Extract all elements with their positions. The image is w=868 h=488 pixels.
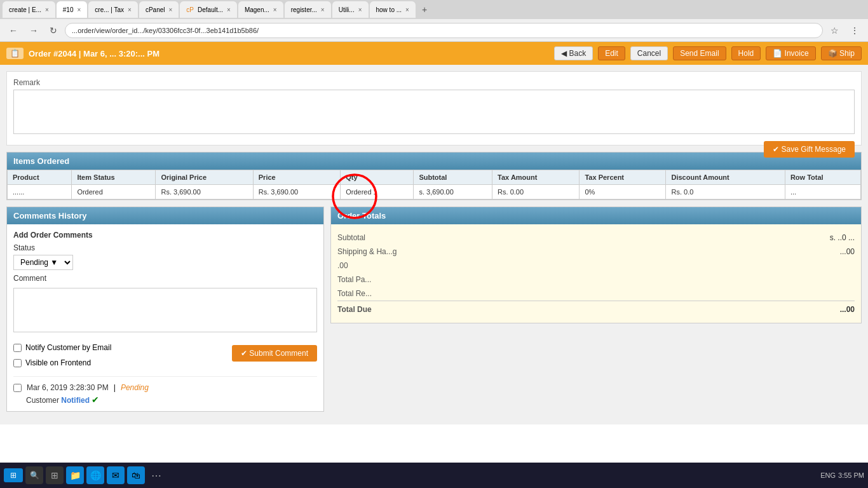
cell-subtotal: s. 3,690.00 — [414, 185, 492, 200]
order-totals-header: Order Totals — [331, 207, 861, 224]
taskbar-lang: ENG — [820, 471, 836, 479]
start-button[interactable]: ⊞ — [4, 468, 23, 482]
comment-textarea[interactable] — [13, 288, 317, 332]
taskbar-edge-icon[interactable]: 🌐 — [86, 466, 104, 484]
comments-body: Add Order Comments Status Pending ▼ Comm… — [7, 224, 323, 411]
tab-cre-tax[interactable]: cre... | Tax × — [88, 1, 138, 18]
tab-close-icon[interactable]: × — [358, 6, 362, 13]
taskbar-apps-icon[interactable]: ⋯ — [147, 466, 165, 484]
new-tab-button[interactable]: + — [417, 2, 432, 17]
status-select[interactable]: Pending ▼ — [13, 255, 73, 270]
comment-history-item: Mar 6, 2019 3:28:30 PM | Pending Custome… — [13, 376, 317, 405]
invoice-button[interactable]: 📄 Invoice — [766, 46, 815, 60]
settings-button[interactable]: ⋮ — [846, 24, 863, 37]
ship-button[interactable]: 📦 Ship — [821, 46, 862, 60]
send-email-button[interactable]: Send Email — [673, 46, 726, 60]
tab-label: how to ... — [376, 6, 402, 13]
tab-label: create | E... — [9, 6, 41, 13]
address-bar[interactable]: ...order/view/order_id.../key/03306fcc3f… — [65, 23, 823, 38]
tab-cpanel[interactable]: cPanel × — [139, 1, 179, 18]
taskbar-explorer-icon[interactable]: 📁 — [66, 466, 84, 484]
reload-button[interactable]: ↻ — [46, 24, 61, 37]
cell-item-status: Ordered — [72, 185, 156, 200]
tab-magen[interactable]: Magen... × — [238, 1, 283, 18]
cell-qty: Ordered 1 — [341, 185, 414, 200]
back-button[interactable]: ◀ Back — [554, 46, 593, 60]
shipping-row: Shipping & Ha...g ...00 — [337, 245, 855, 259]
save-gift-message-button[interactable]: Save Gift Message — [764, 141, 855, 158]
remark-label: Remark — [13, 78, 855, 87]
visible-frontend-label: Visible on Frontend — [25, 358, 91, 367]
taskbar: ⊞ 🔍 ⊞ 📁 🌐 ✉ 🛍 ⋯ ENG 3:55 PM — [0, 463, 868, 487]
cell-product: ...... — [8, 185, 72, 200]
cell-discount-amount: Rs. 0.0 — [666, 185, 785, 200]
shipping-label: Shipping & Ha...g — [337, 247, 397, 256]
tab-howto[interactable]: how to ... × — [370, 1, 416, 18]
cell-original-price: Rs. 3,690.00 — [156, 185, 253, 200]
history-item-checkbox[interactable] — [13, 384, 22, 392]
tab-register[interactable]: register... × — [285, 1, 331, 18]
tab-label: Default... — [198, 6, 223, 13]
order-totals-column: Order Totals Subtotal s. ..0 ... Shippin… — [330, 207, 862, 412]
tab-cp-default[interactable]: cP Default... × — [180, 1, 237, 18]
tab-create[interactable]: create | E... × — [3, 1, 55, 18]
browser-chrome: create | E... × #10 × cre... | Tax × cPa… — [0, 0, 868, 42]
total-due-label: Total Due — [337, 305, 372, 314]
tab-favicon: cP — [186, 6, 194, 13]
tab-label: Magen... — [245, 6, 269, 13]
total-due-row: Total Due ...00 — [337, 301, 855, 316]
visible-checkbox-row: Visible on Frontend — [13, 358, 111, 367]
forward-nav-button[interactable]: → — [25, 24, 42, 37]
extra-row: .00 — [337, 259, 855, 273]
subtotal-value: s. ..0 ... — [830, 233, 855, 242]
bookmark-button[interactable]: ☆ — [827, 24, 843, 37]
submit-row: Notify Customer by Email Visible on Fron… — [13, 339, 317, 367]
notified-word: Notified — [61, 396, 90, 405]
checkboxes-col: Notify Customer by Email Visible on Fron… — [13, 339, 111, 367]
col-item-status: Item Status — [72, 170, 156, 185]
comment-status: Pending — [121, 383, 149, 392]
edit-button[interactable]: Edit — [598, 46, 625, 60]
cell-price: Rs. 3,690.00 — [253, 185, 340, 200]
taskbar-store-icon[interactable]: 🛍 — [127, 466, 145, 484]
address-bar-row: ← → ↻ ...order/view/order_id.../key/0330… — [0, 19, 868, 42]
tab-close-icon[interactable]: × — [128, 6, 132, 13]
remark-section: Remark Save Gift Message — [6, 71, 862, 146]
comments-section: Comments History Add Order Comments Stat… — [6, 207, 324, 412]
table-row: ...... Ordered Rs. 3,690.00 Rs. 3,690.00… — [8, 185, 861, 200]
page-content: 📋 Order #2044 | Mar 6, ... 3:20:... PM ◀… — [0, 42, 868, 487]
comments-column: Comments History Add Order Comments Stat… — [6, 207, 324, 412]
tab-close-icon[interactable]: × — [77, 6, 81, 13]
order-topbar: 📋 Order #2044 | Mar 6, ... 3:20:... PM ◀… — [0, 42, 868, 65]
tab-close-icon[interactable]: × — [45, 6, 49, 13]
tab-close-icon[interactable]: × — [169, 6, 173, 13]
cancel-button[interactable]: Cancel — [630, 46, 668, 60]
tab-label: cPanel — [146, 6, 165, 13]
status-label: Status — [13, 243, 317, 252]
hold-button[interactable]: Hold — [731, 46, 761, 60]
taskbar-view-icon[interactable]: ⊞ — [46, 466, 64, 484]
tab-label: register... — [291, 6, 317, 13]
tab-10[interactable]: #10 × — [57, 1, 88, 18]
submit-comment-button[interactable]: Submit Comment — [232, 345, 317, 362]
tab-close-icon[interactable]: × — [405, 6, 409, 13]
order-totals-section: Order Totals Subtotal s. ..0 ... Shippin… — [330, 207, 862, 323]
notify-customer-checkbox[interactable] — [13, 344, 22, 352]
notify-checkbox-row: Notify Customer by Email — [13, 343, 111, 352]
remark-textarea[interactable] — [13, 90, 855, 134]
tab-close-icon[interactable]: × — [227, 6, 231, 13]
visible-frontend-checkbox[interactable] — [13, 359, 22, 367]
col-original-price: Original Price — [156, 170, 253, 185]
tab-close-icon[interactable]: × — [273, 6, 277, 13]
tab-utili[interactable]: Utili... × — [332, 1, 369, 18]
total-refunded-row: Total Re... — [337, 287, 855, 301]
col-tax-amount: Tax Amount — [492, 170, 580, 185]
taskbar-search-icon[interactable]: 🔍 — [25, 466, 43, 484]
total-refunded-label: Total Re... — [337, 289, 372, 298]
tab-close-icon[interactable]: × — [321, 6, 325, 13]
taskbar-mail-icon[interactable]: ✉ — [107, 466, 125, 484]
tab-label: cre... | Tax — [95, 6, 124, 13]
back-nav-button[interactable]: ← — [5, 24, 22, 37]
order-icon: 📋 — [6, 48, 24, 59]
customer-notified-row: Customer Notified ✔ — [13, 395, 317, 405]
